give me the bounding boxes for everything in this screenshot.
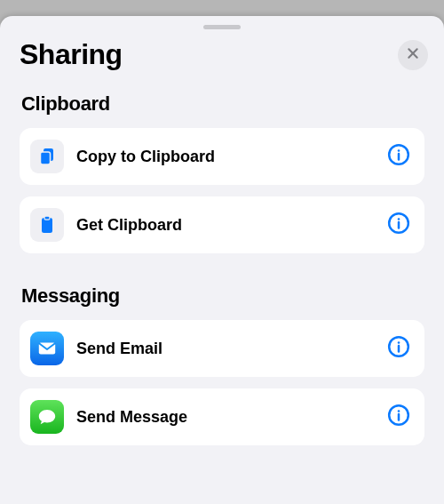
sheet-header: Sharing <box>0 35 444 84</box>
svg-point-10 <box>398 218 400 220</box>
action-label: Send Email <box>76 340 385 358</box>
section-messaging: Messaging Send Email <box>0 284 444 468</box>
info-button[interactable] <box>385 335 412 362</box>
section-clipboard: Clipboard Copy to Clipboard <box>0 92 444 276</box>
close-icon <box>406 46 420 64</box>
svg-point-14 <box>398 341 400 344</box>
action-label: Copy to Clipboard <box>76 148 385 166</box>
svg-rect-8 <box>44 216 50 220</box>
info-icon <box>387 404 410 430</box>
action-get-clipboard[interactable]: Get Clipboard <box>20 196 424 253</box>
action-send-email[interactable]: Send Email <box>20 320 424 377</box>
sharing-sheet: Sharing Clipboard Copy to Clipboard <box>0 16 444 504</box>
sheet-title: Sharing <box>20 38 123 71</box>
sheet-grabber[interactable] <box>203 25 241 29</box>
action-send-message[interactable]: Send Message <box>20 388 424 445</box>
section-title: Clipboard <box>21 92 424 116</box>
mail-icon <box>30 332 64 365</box>
clipboard-icon <box>30 208 64 242</box>
info-icon <box>387 212 410 238</box>
info-icon <box>387 335 410 362</box>
copy-to-clipboard-icon <box>30 140 64 173</box>
svg-point-5 <box>398 149 400 152</box>
section-title: Messaging <box>21 284 424 308</box>
info-button[interactable] <box>385 212 412 238</box>
action-copy-to-clipboard[interactable]: Copy to Clipboard <box>20 128 424 185</box>
svg-rect-3 <box>41 152 51 164</box>
info-button[interactable] <box>385 404 412 430</box>
svg-point-17 <box>398 410 400 412</box>
action-label: Send Message <box>76 408 385 427</box>
info-icon <box>387 143 410 170</box>
info-button[interactable] <box>385 143 412 170</box>
action-label: Get Clipboard <box>76 216 385 235</box>
message-icon <box>30 400 64 434</box>
close-button[interactable] <box>398 40 428 70</box>
